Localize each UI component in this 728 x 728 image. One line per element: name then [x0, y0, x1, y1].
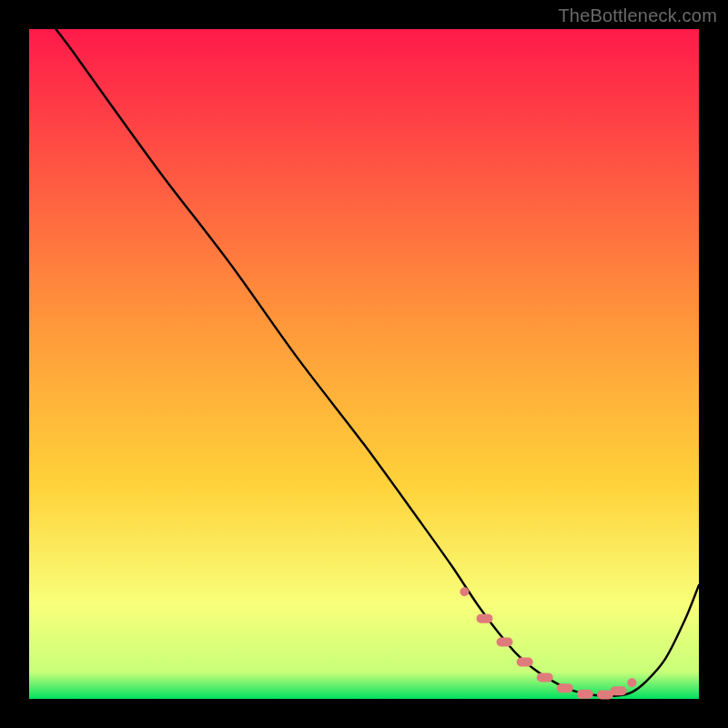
chart-stage: { "watermark": "TheBottleneck.com", "col…: [0, 0, 728, 728]
optimal-marker: [460, 587, 469, 596]
bottleneck-chart: [0, 0, 728, 728]
optimal-marker: [497, 637, 513, 646]
optimal-marker: [476, 614, 492, 623]
optimal-marker: [627, 678, 636, 687]
optimal-marker: [537, 672, 553, 682]
optimal-marker: [611, 686, 627, 695]
optimal-marker: [577, 690, 593, 699]
watermark-label: TheBottleneck.com: [558, 5, 717, 26]
optimal-marker: [557, 683, 573, 693]
optimal-marker: [517, 658, 533, 667]
